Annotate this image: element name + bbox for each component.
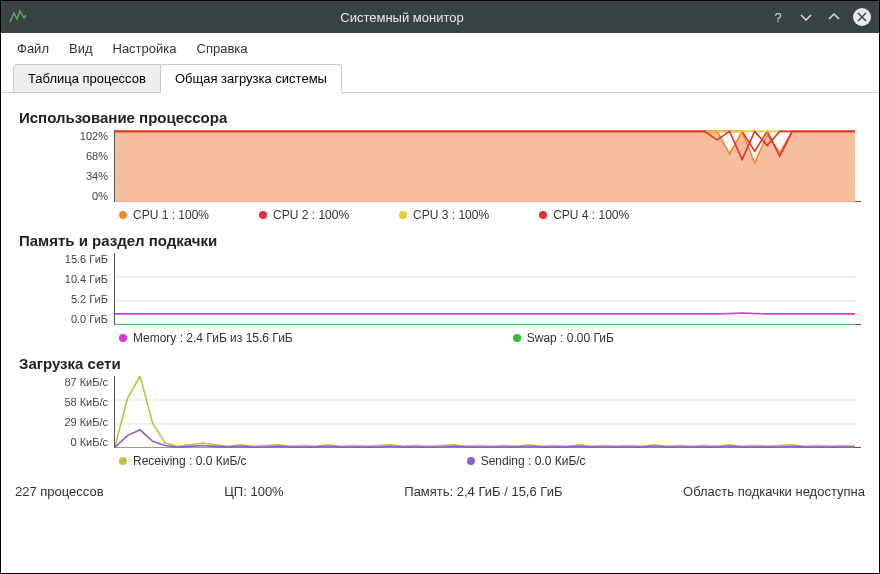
window-title: Системный монитор xyxy=(35,10,769,25)
net-tick: 29 КиБ/c xyxy=(64,416,108,428)
legend-label: Swap : 0.00 ГиБ xyxy=(527,331,614,345)
legend-memory: Memory : 2.4 ГиБ из 15.6 ГиБ xyxy=(119,331,293,345)
legend-sending: Sending : 0.0 КиБ/с xyxy=(467,454,586,468)
net-section-title: Загрузка сети xyxy=(19,355,861,372)
dot-icon xyxy=(467,457,475,465)
dot-icon xyxy=(399,211,407,219)
close-button[interactable] xyxy=(853,8,871,26)
dot-icon xyxy=(539,211,547,219)
status-swap: Область подкачки недоступна xyxy=(683,484,865,499)
legend-swap: Swap : 0.00 ГиБ xyxy=(513,331,614,345)
maximize-button[interactable] xyxy=(825,8,843,26)
menu-help[interactable]: Справка xyxy=(197,41,248,56)
app-icon xyxy=(9,8,27,26)
window-controls: ? xyxy=(769,8,871,26)
net-tick: 87 КиБ/c xyxy=(64,376,108,388)
legend-cpu2: CPU 2 : 100% xyxy=(259,208,349,222)
net-chart-area xyxy=(114,376,861,448)
dot-icon xyxy=(259,211,267,219)
cpu-chart: 102% 68% 34% 0% xyxy=(19,130,861,202)
cpu-section-title: Использование процессора xyxy=(19,109,861,126)
mem-legend: Memory : 2.4 ГиБ из 15.6 ГиБ Swap : 0.00… xyxy=(19,325,861,349)
legend-cpu4: CPU 4 : 100% xyxy=(539,208,629,222)
dot-icon xyxy=(119,211,127,219)
cpu-tick: 34% xyxy=(86,170,108,182)
cpu-legend: CPU 1 : 100% CPU 2 : 100% CPU 3 : 100% C… xyxy=(19,202,861,226)
legend-label: CPU 3 : 100% xyxy=(413,208,489,222)
legend-label: CPU 2 : 100% xyxy=(273,208,349,222)
mem-y-axis: 15.6 ГиБ 10.4 ГиБ 5.2 ГиБ 0.0 ГиБ xyxy=(19,253,114,325)
net-tick: 58 КиБ/c xyxy=(64,396,108,408)
menu-file[interactable]: Файл xyxy=(17,41,49,56)
menu-settings[interactable]: Настройка xyxy=(113,41,177,56)
dot-icon xyxy=(119,457,127,465)
status-processes: 227 процессов xyxy=(15,484,104,499)
net-y-axis: 87 КиБ/c 58 КиБ/c 29 КиБ/c 0 КиБ/c xyxy=(19,376,114,448)
net-legend: Receiving : 0.0 КиБ/с Sending : 0.0 КиБ/… xyxy=(19,448,861,472)
legend-label: CPU 1 : 100% xyxy=(133,208,209,222)
status-cpu: ЦП: 100% xyxy=(224,484,283,499)
menubar: Файл Вид Настройка Справка xyxy=(1,33,879,64)
legend-cpu3: CPU 3 : 100% xyxy=(399,208,489,222)
legend-label: CPU 4 : 100% xyxy=(553,208,629,222)
cpu-tick: 0% xyxy=(92,190,108,202)
titlebar: Системный монитор ? xyxy=(1,1,879,33)
cpu-y-axis: 102% 68% 34% 0% xyxy=(19,130,114,202)
mem-chart: 15.6 ГиБ 10.4 ГиБ 5.2 ГиБ 0.0 ГиБ xyxy=(19,253,861,325)
mem-tick: 0.0 ГиБ xyxy=(71,313,108,325)
legend-cpu1: CPU 1 : 100% xyxy=(119,208,209,222)
mem-tick: 10.4 ГиБ xyxy=(65,273,108,285)
content-area: Использование процессора 102% 68% 34% 0%… xyxy=(1,93,879,476)
net-chart: 87 КиБ/c 58 КиБ/c 29 КиБ/c 0 КиБ/c xyxy=(19,376,861,448)
mem-tick: 15.6 ГиБ xyxy=(65,253,108,265)
legend-label: Receiving : 0.0 КиБ/с xyxy=(133,454,247,468)
net-tick: 0 КиБ/c xyxy=(70,436,108,448)
tab-process-table[interactable]: Таблица процессов xyxy=(13,64,161,93)
dot-icon xyxy=(513,334,521,342)
dot-icon xyxy=(119,334,127,342)
svg-marker-6 xyxy=(115,131,855,202)
mem-chart-area xyxy=(114,253,861,325)
legend-receiving: Receiving : 0.0 КиБ/с xyxy=(119,454,247,468)
tab-system-load[interactable]: Общая загрузка системы xyxy=(161,64,342,93)
cpu-chart-area xyxy=(114,130,861,202)
legend-label: Memory : 2.4 ГиБ из 15.6 ГиБ xyxy=(133,331,293,345)
legend-label: Sending : 0.0 КиБ/с xyxy=(481,454,586,468)
minimize-button[interactable] xyxy=(797,8,815,26)
menu-view[interactable]: Вид xyxy=(69,41,93,56)
cpu-tick: 102% xyxy=(80,130,108,142)
cpu-tick: 68% xyxy=(86,150,108,162)
tabs: Таблица процессов Общая загрузка системы xyxy=(1,64,879,93)
status-memory: Память: 2,4 ГиБ / 15,6 ГиБ xyxy=(404,484,562,499)
mem-section-title: Память и раздел подкачки xyxy=(19,232,861,249)
statusbar: 227 процессов ЦП: 100% Память: 2,4 ГиБ /… xyxy=(1,476,879,509)
help-button[interactable]: ? xyxy=(769,8,787,26)
mem-tick: 5.2 ГиБ xyxy=(71,293,108,305)
